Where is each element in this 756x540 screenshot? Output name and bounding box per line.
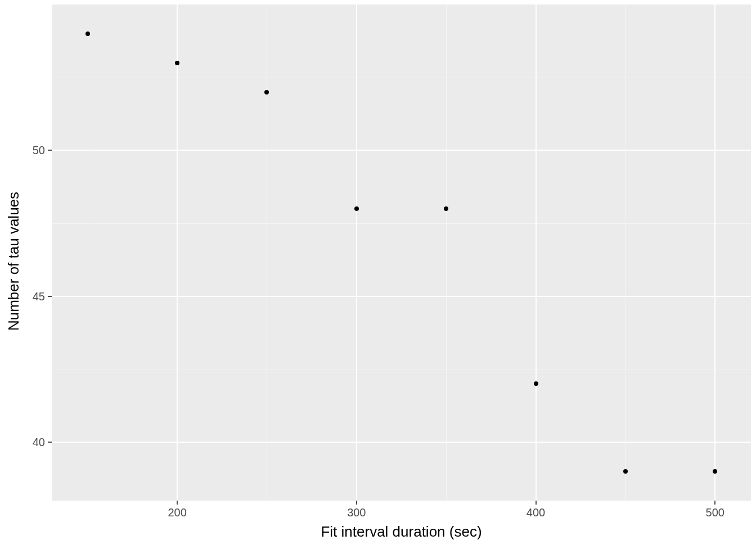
x-tick-mark: [714, 501, 716, 505]
grid-minor-v: [267, 4, 267, 501]
x-tick-mark: [536, 501, 537, 505]
grid-major-v: [356, 4, 357, 501]
chart-container: 200300400500404550 Fit interval duration…: [0, 0, 756, 540]
y-tick-mark: [48, 442, 52, 443]
data-point: [264, 90, 269, 94]
plot-panel: [52, 4, 751, 501]
y-tick-mark: [48, 150, 52, 151]
x-tick-label: 400: [526, 506, 545, 519]
grid-major-h: [52, 442, 751, 443]
grid-major-h: [52, 150, 751, 151]
y-tick-label: 40: [33, 436, 45, 449]
data-point: [175, 61, 179, 65]
x-tick-label: 300: [347, 506, 366, 519]
data-point: [623, 469, 628, 474]
grid-major-v: [714, 4, 716, 501]
grid-minor-v: [446, 4, 447, 501]
grid-minor-v: [626, 4, 626, 501]
grid-major-v: [177, 4, 178, 501]
x-tick-mark: [177, 501, 178, 505]
grid-minor-h: [52, 370, 751, 370]
y-tick-mark: [48, 296, 52, 297]
y-axis-title: Number of tau values: [5, 192, 22, 331]
data-point: [354, 206, 359, 211]
x-tick-mark: [356, 501, 357, 505]
grid-minor-v: [88, 4, 88, 501]
data-point: [713, 469, 717, 474]
grid-minor-h: [52, 78, 751, 78]
x-tick-label: 500: [706, 506, 724, 519]
grid-minor-h: [52, 223, 751, 224]
data-point: [534, 381, 538, 386]
grid-major-h: [52, 296, 751, 297]
y-tick-label: 50: [33, 144, 45, 157]
data-point: [86, 32, 90, 36]
x-tick-label: 200: [168, 506, 186, 519]
grid-major-v: [536, 4, 537, 501]
data-point: [444, 206, 448, 211]
y-tick-label: 45: [33, 290, 45, 303]
x-axis-title: Fit interval duration (sec): [321, 523, 482, 540]
